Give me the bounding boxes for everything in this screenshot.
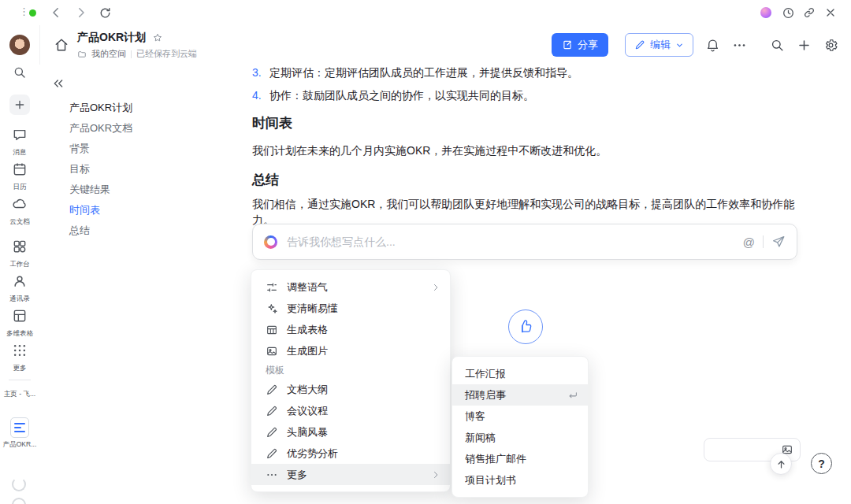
outline-item[interactable]: 目标 — [69, 162, 90, 176]
sidebar-item-workbench[interactable]: 工作台 — [0, 239, 39, 269]
browser-toolbar: ⋮ — [0, 0, 851, 25]
numbered-list-item[interactable]: 4. 协作：鼓励团队成员之间的协作，以实现共同的目标。 — [252, 87, 534, 103]
menu-label: 生成图片 — [287, 344, 328, 358]
outline-item[interactable]: 总结 — [69, 224, 90, 238]
menu-item-meeting-agenda[interactable]: 会议议程 — [251, 400, 450, 421]
menu-item-more[interactable]: 更多 — [251, 464, 450, 485]
space-name[interactable]: 我的空间 — [91, 48, 126, 60]
window-menu-icon[interactable]: ⋮ — [19, 6, 29, 17]
app-rail: 消息 日历 云文档 工作台 通讯录 多维表格 更多 — [0, 25, 40, 504]
list-text: 定期评估：定期评估团队成员的工作进展，并提供反馈和指导。 — [269, 65, 578, 80]
menu-item-swot[interactable]: 优劣势分析 — [251, 443, 450, 464]
close-icon[interactable] — [823, 6, 838, 20]
dots-grid-icon — [12, 343, 28, 358]
rail-label: 日历 — [1, 182, 39, 191]
submenu-item-project-plan[interactable]: 项目计划书 — [452, 469, 588, 491]
outline-item[interactable]: 背景 — [69, 142, 90, 156]
outline-item-active[interactable]: 时间表 — [69, 203, 100, 217]
share-button[interactable]: 分享 — [552, 33, 608, 57]
chevron-right-icon — [431, 470, 440, 480]
doc-paragraph[interactable]: 我们相信，通过实施OKR，我们可以帮助团队更好地理解和实现公司的战略目标，提高团… — [252, 196, 797, 228]
favorite-star-icon[interactable] — [152, 32, 163, 43]
menu-label: 调整语气 — [287, 280, 328, 295]
ai-assistant-icon — [264, 235, 277, 249]
chevron-right-icon — [431, 283, 440, 292]
menu-label: 更清晰易懂 — [287, 302, 338, 316]
menu-label: 头脑风暴 — [287, 425, 328, 439]
rail-search-icon[interactable] — [13, 65, 27, 80]
pinned-item-home[interactable]: 主页 - 飞... — [0, 387, 39, 399]
refresh-button[interactable] — [98, 6, 112, 20]
rail-label: 工作台 — [1, 259, 39, 269]
pinned-item-current-doc[interactable]: 产品OKR... — [0, 417, 39, 450]
submenu-label: 项目计划书 — [465, 473, 516, 487]
sliders-icon — [266, 281, 278, 294]
enter-key-icon — [567, 390, 578, 401]
user-avatar[interactable] — [9, 35, 30, 55]
sidebar-item-bitable[interactable]: 多维表格 — [0, 308, 39, 339]
ai-prompt-input[interactable] — [285, 235, 735, 249]
person-icon — [12, 273, 28, 289]
submenu-label: 工作汇报 — [465, 367, 506, 381]
sidebar-item-messages[interactable]: 消息 — [0, 127, 39, 158]
edit-button[interactable]: 编辑 — [625, 33, 693, 57]
submenu-item-work-report[interactable]: 工作汇报 — [452, 363, 588, 384]
link-icon[interactable] — [802, 6, 816, 20]
header-actions: 分享 编辑 — [552, 33, 838, 57]
menu-item-generate-image[interactable]: 生成图片 — [251, 340, 450, 361]
doc-paragraph[interactable]: 我们计划在未来的几个月内实施OKR，并在实施过程中不断改进和优化。 — [252, 143, 607, 158]
thumbs-up-button[interactable] — [508, 309, 543, 344]
new-doc-plus-icon[interactable] — [797, 38, 812, 53]
submenu-label: 博客 — [465, 410, 485, 424]
notification-bell-icon[interactable] — [705, 38, 720, 53]
doc-heading-summary[interactable]: 总结 — [252, 172, 279, 189]
settings-gear-icon[interactable] — [823, 38, 838, 53]
history-icon[interactable] — [781, 6, 795, 20]
rail-label: 主页 - 飞... — [1, 389, 39, 398]
submenu-item-sales-email[interactable]: 销售推广邮件 — [452, 448, 588, 469]
search-icon[interactable] — [770, 38, 785, 53]
cloud-icon — [12, 196, 28, 212]
outline-item[interactable]: 产品OKR文档 — [69, 121, 132, 135]
ai-action-menu: 调整语气 更清晰易懂 生成表格 生成图片 模板 文档大纲 会议议程 — [251, 269, 451, 492]
menu-item-clarify[interactable]: 更清晰易懂 — [251, 298, 450, 319]
outline-doc-title[interactable]: 产品OKR计划 — [69, 101, 132, 115]
input-divider — [763, 235, 764, 248]
menu-label: 更多 — [287, 468, 307, 482]
image-icon — [266, 345, 278, 358]
sidebar-item-contacts[interactable]: 通讯录 — [0, 273, 39, 304]
numbered-list-item[interactable]: 3. 定期评估：定期评估团队成员的工作进展，并提供反馈和指导。 — [252, 65, 578, 80]
submenu-item-press-release[interactable]: 新闻稿 — [452, 427, 588, 448]
menu-item-brainstorm[interactable]: 头脑风暴 — [251, 421, 450, 443]
rail-create-button[interactable] — [9, 94, 30, 115]
mention-at-icon[interactable]: @ — [743, 235, 755, 249]
menu-item-generate-table[interactable]: 生成表格 — [251, 319, 450, 340]
forward-button[interactable] — [74, 6, 88, 20]
submenu-item-blog[interactable]: 博客 — [452, 406, 588, 427]
doc-header: 产品OKR计划 我的空间 已经保存到云端 分享 编辑 — [39, 25, 851, 65]
help-button[interactable]: ? — [811, 453, 832, 474]
folder-icon — [77, 50, 87, 59]
send-icon[interactable] — [771, 235, 786, 249]
sidebar-item-more[interactable]: 更多 — [0, 343, 39, 373]
more-ellipsis-icon[interactable] — [732, 38, 747, 53]
breadcrumb: 我的空间 已经保存到云端 — [77, 48, 197, 60]
sidebar-item-cloud-docs[interactable]: 云文档 — [0, 196, 39, 227]
menu-item-doc-outline[interactable]: 文档大纲 — [251, 379, 450, 400]
outline-item[interactable]: 关键结果 — [69, 183, 110, 197]
doc-heading-timeline[interactable]: 时间表 — [252, 115, 292, 132]
home-icon[interactable] — [54, 37, 69, 53]
submenu-item-job-posting[interactable]: 招聘启事 — [452, 384, 588, 406]
submenu-label: 销售推广邮件 — [465, 452, 526, 466]
edit-label: 编辑 — [650, 38, 671, 52]
menu-item-adjust-tone[interactable]: 调整语气 — [251, 276, 450, 298]
pen-icon — [266, 384, 278, 396]
list-text: 协作：鼓励团队成员之间的协作，以实现共同的目标。 — [269, 87, 534, 103]
sidebar-item-calendar[interactable]: 日历 — [0, 161, 39, 192]
back-button[interactable] — [49, 6, 63, 20]
scroll-to-top-button[interactable] — [770, 453, 792, 475]
extension-icon[interactable] — [760, 7, 771, 18]
menu-label: 优劣势分析 — [287, 447, 338, 461]
collapse-sidebar-icon[interactable] — [52, 77, 65, 90]
grid-apps-icon — [12, 239, 28, 254]
